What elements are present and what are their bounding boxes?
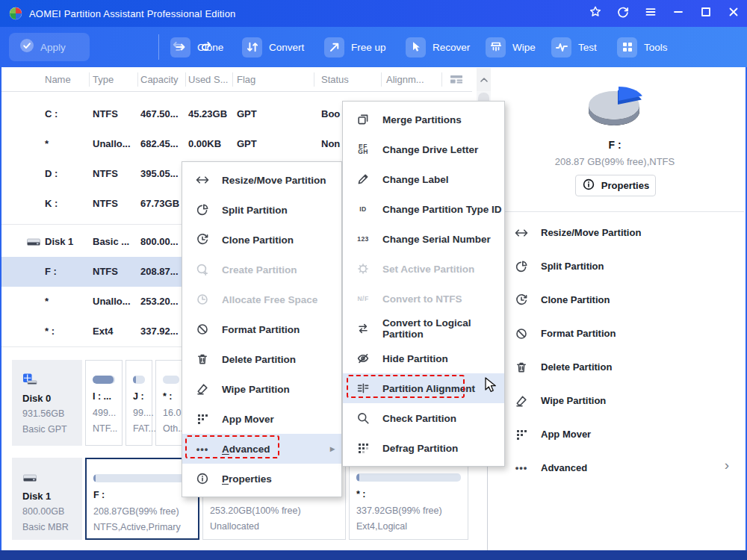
toolbar-button-recover[interactable]: Recover xyxy=(406,36,470,58)
toolbar-button-test[interactable]: Test xyxy=(551,36,597,58)
partition-name: * : xyxy=(163,391,173,402)
partition-usage-fill xyxy=(93,474,96,482)
toolbar-button-tools[interactable]: Tools xyxy=(617,36,668,58)
column-header-capacity[interactable]: Capacity xyxy=(140,67,179,92)
menu-item-label: Allocate Free Space xyxy=(222,294,317,305)
disk-name: Disk 1 xyxy=(22,491,51,502)
partition-block-I[interactable]: I : ...499...NTF... xyxy=(85,360,123,446)
sidebar-item-delete-partition[interactable]: Delete Partition xyxy=(492,350,746,384)
hamburger-icon xyxy=(643,4,658,22)
titlebar-button-star[interactable] xyxy=(581,0,609,27)
sidebar-item-split-partition[interactable]: Split Partition xyxy=(492,249,746,283)
titlebar-button-minimize[interactable] xyxy=(664,0,692,27)
titlebar-button-close[interactable] xyxy=(719,0,747,27)
column-header-name[interactable]: Name xyxy=(45,67,71,92)
menu-item-change-serial-number[interactable]: 123Change Serial Number xyxy=(343,224,504,254)
app-mover-icon xyxy=(514,427,529,442)
menu-item-format-partition[interactable]: Format Partition xyxy=(182,314,341,344)
menu-item-change-partition-type-id[interactable]: IDChange Partition Type ID xyxy=(343,194,504,224)
disk-gpt-icon xyxy=(22,373,37,387)
convert-icon xyxy=(242,37,262,57)
menu-item-change-label[interactable]: Change Label xyxy=(343,164,504,194)
menu-item-app-mover[interactable]: App Mover xyxy=(182,404,341,434)
menu-item-label: Defrag Partition xyxy=(382,443,458,454)
menu-item-label: Check Partition xyxy=(382,413,456,424)
menu-item-label: Create Partition xyxy=(222,264,297,276)
menu-item-partition-alignment[interactable]: Partition Alignment xyxy=(343,373,504,403)
toolbar-button-free-up[interactable]: Free up xyxy=(324,36,386,58)
format-partition-icon xyxy=(195,322,210,337)
column-header-useds[interactable]: Used S... xyxy=(188,67,228,92)
menu-item-check-partition[interactable]: Check Partition xyxy=(343,403,504,433)
menu-item-label: Set Active Partition xyxy=(382,264,474,275)
sidebar-item-resize-move-partition[interactable]: Resize/Move Partition xyxy=(492,216,746,249)
partition-fs: NTFS,Active,Primary xyxy=(93,522,181,532)
menu-item-change-drive-letter[interactable]: EF GHChange Drive Letter xyxy=(343,134,504,164)
partition-fs: Unallocated xyxy=(210,521,259,532)
partition-size: 99.... xyxy=(133,408,154,418)
minimize-icon xyxy=(671,4,686,22)
titlebar-button-maximize[interactable] xyxy=(692,0,719,27)
toolbar-button-convert[interactable]: Convert xyxy=(242,36,304,58)
titlebar-button-sync[interactable] xyxy=(609,0,636,27)
cell-status: Non xyxy=(321,129,340,159)
menu-item-delete-partition[interactable]: Delete Partition xyxy=(182,344,341,374)
cell-name: C : xyxy=(45,99,58,129)
menu-item-resize-move-partition[interactable]: Resize/Move Partition xyxy=(182,165,341,195)
chevron-right-icon: › xyxy=(725,457,729,473)
drive-letter-icon: EF GH xyxy=(356,142,371,157)
cell-name: * xyxy=(45,129,49,159)
properties-label: Properties xyxy=(601,180,649,191)
app-mover-icon xyxy=(195,411,210,426)
convert-logical-icon xyxy=(356,321,371,336)
menu-item-convert-to-ntfs: N/FConvert to NTFS xyxy=(343,284,504,314)
sync-icon xyxy=(616,4,630,22)
sidebar-item-advanced[interactable]: •••Advanced› xyxy=(492,451,746,485)
apply-button[interactable]: Apply xyxy=(9,33,90,61)
titlebar-button-hamburger[interactable] xyxy=(636,0,664,27)
disk-drive-icon xyxy=(22,471,37,485)
sidebar-item-clone-partition[interactable]: Clone Partition xyxy=(492,283,746,317)
column-header-status[interactable]: Status xyxy=(321,67,349,92)
column-header-type[interactable]: Type xyxy=(93,67,114,92)
menu-item-merge-partitions[interactable]: Merge Partitions xyxy=(343,105,504,134)
cell-capacity: 467.50... xyxy=(140,99,179,129)
column-header-alignm[interactable]: Alignm... xyxy=(386,67,424,92)
toolbar-button-label: Wipe xyxy=(512,42,536,53)
menu-item-wipe-partition[interactable]: Wipe Partition xyxy=(182,374,341,404)
partition-block-J[interactable]: J :99....FAT... xyxy=(125,360,152,446)
cell-type: Unallo... xyxy=(93,287,131,317)
menu-item-label: Convert to Logical Partition xyxy=(382,317,504,340)
toolbar-button-clone[interactable]: Clone xyxy=(170,36,223,58)
menu-item-properties[interactable]: Properties xyxy=(182,464,341,494)
toolbar-button-wipe[interactable]: Wipe xyxy=(486,36,536,58)
partition-size: 499... xyxy=(93,408,116,418)
columns-config-icon[interactable] xyxy=(450,72,465,87)
partition-usage-bar xyxy=(356,473,461,482)
column-header-flag[interactable]: Flag xyxy=(237,67,255,92)
cell-type: Basic ... xyxy=(93,227,129,257)
properties-button[interactable]: Properties xyxy=(575,175,656,196)
sidebar-item-app-mover[interactable]: App Mover xyxy=(492,417,746,451)
menu-item-split-partition[interactable]: Split Partition xyxy=(182,195,341,225)
freeup-icon xyxy=(324,37,344,57)
disk-info-disk-1[interactable]: Disk 1800.00GBBasic MBR xyxy=(12,458,82,540)
sidebar-item-format-partition[interactable]: Format Partition xyxy=(492,317,746,350)
disk-type: Basic MBR xyxy=(22,522,69,532)
menu-item-clone-partition[interactable]: Clone Partition xyxy=(182,225,341,255)
disk-info-disk-0[interactable]: Disk 0931.56GBBasic GPT xyxy=(12,360,82,446)
partition-block-unnamed[interactable]: * :337.92GB(99% free)Ext4,Logical xyxy=(349,458,468,540)
sidebar-item-wipe-partition[interactable]: Wipe Partition xyxy=(492,384,746,417)
column-separator xyxy=(185,72,186,87)
menu-item-defrag-partition[interactable]: Defrag Partition xyxy=(343,433,504,463)
cell-name: Disk 1 xyxy=(45,227,73,257)
partition-fs: NTF... xyxy=(93,423,117,434)
menu-item-convert-to-logical-partition[interactable]: Convert to Logical Partition xyxy=(343,314,504,343)
partition-fs: Ext4,Logical xyxy=(356,521,407,532)
menu-item-hide-partition[interactable]: Hide Partition xyxy=(343,343,504,373)
menu-item-advanced[interactable]: •••Advanced▸ xyxy=(182,434,341,464)
check-partition-icon xyxy=(356,411,371,426)
cell-type: NTFS xyxy=(93,99,118,129)
partition-usage-fill xyxy=(133,376,136,384)
scroll-up-button[interactable] xyxy=(477,68,491,91)
